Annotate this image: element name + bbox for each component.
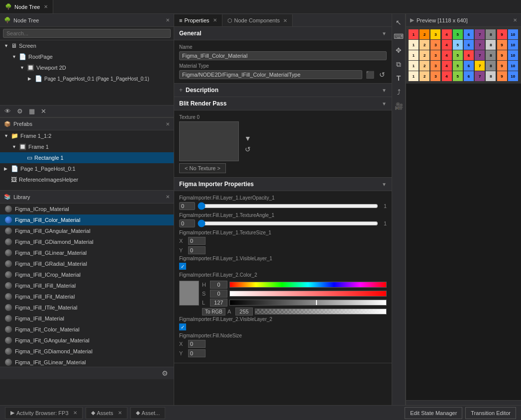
library-settings-btn[interactable]: ⚙ bbox=[160, 369, 170, 378]
prefabs-close[interactable]: ✕ bbox=[166, 121, 170, 127]
hue-label: H bbox=[202, 282, 208, 288]
lib-item-ifill-ifit[interactable]: Figma_IFill_IFit_Material bbox=[0, 291, 174, 302]
activity-browser-tab[interactable]: ▶ Activity Browser: FP3 ✕ bbox=[5, 407, 83, 419]
texture-size-x-input[interactable] bbox=[188, 237, 206, 245]
preview-cell: 4 bbox=[442, 40, 452, 50]
node-tree-tab-close[interactable]: ✕ bbox=[44, 4, 48, 9]
prefab-rectangle1[interactable]: ▭ Rectangle 1 bbox=[0, 152, 174, 163]
text-tool-btn[interactable]: T bbox=[393, 72, 405, 84]
hue-bar[interactable] bbox=[229, 282, 387, 288]
toolbar-eye-btn[interactable]: 👁 bbox=[3, 107, 12, 115]
keyboard-tool-btn[interactable]: ⌨ bbox=[393, 30, 405, 42]
lightness-input[interactable] bbox=[210, 299, 227, 307]
prefabs-title: Prefabs bbox=[13, 121, 163, 127]
lib-item-ifill-color[interactable]: Figma_IFill_Color_Material bbox=[0, 214, 174, 225]
node-size-x-input[interactable] bbox=[188, 340, 206, 348]
preview-cell: 6 bbox=[464, 40, 474, 50]
tree-item-viewport[interactable]: ▼ 🔲 Viewport 2D bbox=[0, 62, 174, 73]
rootpage-icon: 📄 bbox=[19, 53, 26, 60]
texture-dropdown-btn[interactable]: ▼ bbox=[243, 134, 253, 143]
material-type-row: Figma/NODE2D/Figma_IFill_Color_MaterialT… bbox=[179, 70, 387, 79]
blit-section-header[interactable]: Blit Render Pass ▼ bbox=[174, 97, 392, 110]
alpha-bar[interactable] bbox=[255, 309, 387, 315]
cursor-tool-btn[interactable]: ↖ bbox=[393, 16, 405, 28]
assets-tab[interactable]: ◆ Assets ✕ bbox=[86, 407, 127, 419]
horizontal-scrollbar[interactable] bbox=[406, 400, 521, 405]
tree-item-screen[interactable]: ▼ 🖥 Screen bbox=[0, 40, 174, 51]
node-tree-tab[interactable]: 🌳 Node Tree ✕ bbox=[0, 0, 53, 13]
general-section-body: Name Material Type Figma/NODE2D/Figma_IF… bbox=[174, 40, 392, 84]
figma-section-header[interactable]: Figma Importer Properties ▼ bbox=[174, 178, 392, 191]
move-tool-btn[interactable]: ✥ bbox=[393, 44, 405, 56]
lib-item-ifit-gdiamond[interactable]: Figma_IFit_GDiamond_Material bbox=[0, 346, 174, 357]
lib-item-ifill-icrop[interactable]: Figma_IFill_ICrop_Material bbox=[0, 269, 174, 280]
visible-layer1-checkbox[interactable]: ✓ bbox=[179, 263, 186, 270]
prefab-frame1[interactable]: ▼ 🔲 Frame 1 bbox=[0, 141, 174, 152]
edit-state-manager-btn[interactable]: Edit State Manager bbox=[405, 407, 462, 419]
description-section-header[interactable]: + Description ▼ bbox=[174, 84, 392, 97]
share-tool-btn[interactable]: ⤴ bbox=[393, 86, 405, 98]
layers-tool-btn[interactable]: ⧉ bbox=[393, 58, 405, 70]
texture-angle-input[interactable] bbox=[179, 219, 195, 227]
visible-layer2-checkbox[interactable]: ✓ bbox=[179, 323, 186, 330]
tab-properties[interactable]: ≡ Properties ✕ bbox=[174, 14, 222, 26]
expand-frame1-2: ▼ bbox=[4, 133, 9, 138]
lib-label-ifill-gdiamond: Figma_IFill_GDiamond_Material bbox=[15, 239, 94, 245]
preview-cell: 9 bbox=[497, 40, 507, 50]
tab-node-components[interactable]: ⬡ Node Components ✕ bbox=[222, 14, 293, 26]
lib-item-ifill-itile[interactable]: Figma_IFill_ITile_Material bbox=[0, 302, 174, 313]
assets-close[interactable]: ✕ bbox=[118, 410, 122, 416]
tree-item-page1host[interactable]: ▶ 📄 Page 1_PageHost_0:1 (Page 1_PageHost… bbox=[0, 73, 174, 84]
material-type-reset-btn[interactable]: ↺ bbox=[378, 70, 387, 79]
no-texture-label[interactable]: < No Texture > bbox=[179, 163, 226, 173]
material-type-expand-btn[interactable]: ⬛ bbox=[364, 70, 376, 79]
properties-tab-close[interactable]: ✕ bbox=[213, 17, 217, 23]
prefab-frame1-2[interactable]: ▼ 📁 Frame 1_1:2 bbox=[0, 130, 174, 141]
texture-angle-slider[interactable] bbox=[198, 219, 378, 227]
search-input[interactable] bbox=[3, 29, 171, 38]
alpha-input[interactable] bbox=[235, 308, 253, 315]
lib-item-ifill-glinear[interactable]: Figma_IFill_GLinear_Material bbox=[0, 247, 174, 258]
lib-item-ifill-gangular[interactable]: Figma_IFill_GAngular_Material bbox=[0, 225, 174, 236]
lib-item-ifit-glinear[interactable]: Figma_IFit_GLinear_Material bbox=[0, 357, 174, 367]
properties-tab-icon: ≡ bbox=[179, 17, 182, 23]
general-section-header[interactable]: General ▼ bbox=[174, 27, 392, 40]
lib-item-ifill-ifill[interactable]: Figma_IFill_IFill_Material bbox=[0, 280, 174, 291]
node-components-tab-close[interactable]: ✕ bbox=[283, 18, 287, 23]
transition-editor-btn[interactable]: Transition Editor bbox=[465, 407, 516, 419]
camera-tool-btn[interactable]: 🎥 bbox=[393, 100, 405, 112]
toolbar-x-btn[interactable]: ✕ bbox=[39, 107, 48, 115]
node-size-y-input[interactable] bbox=[188, 349, 206, 357]
hue-input[interactable] bbox=[210, 281, 227, 289]
lib-item-ifit-color[interactable]: Figma_IFit_Color_Material bbox=[0, 324, 174, 335]
material-type-select[interactable]: Figma/NODE2D/Figma_IFill_Color_MaterialT… bbox=[179, 70, 362, 79]
to-rgb-btn[interactable]: To RGB bbox=[202, 308, 225, 315]
node-components-tab-label: Node Components bbox=[234, 17, 280, 23]
prefab-page1pagehost[interactable]: ▶ 📄 Page 1_PageHost_0:1 bbox=[0, 163, 174, 174]
library-header: 📚 Library ✕ bbox=[0, 191, 174, 204]
saturation-input[interactable] bbox=[210, 290, 227, 298]
lib-item-ifit-gangular[interactable]: Figma_IFit_GAngular_Material bbox=[0, 335, 174, 346]
tree-item-rootpage[interactable]: ▼ 📄 RootPage bbox=[0, 51, 174, 62]
prefab-refimages[interactable]: 🖼 ReferenceImagesHelper bbox=[0, 174, 174, 185]
layer-opacity-input[interactable] bbox=[179, 202, 195, 210]
preview-close[interactable]: ✕ bbox=[513, 17, 517, 23]
lib-label-ifill: Figma_IFill_Material bbox=[15, 315, 64, 321]
lib-item-icrop[interactable]: Figma_ICrop_Material bbox=[0, 204, 174, 214]
toolbar-grid-btn[interactable]: ▦ bbox=[27, 107, 36, 115]
toolbar-filter-btn[interactable]: ⚙ bbox=[15, 107, 24, 115]
lib-item-ifill-gradial[interactable]: Figma_IFill_GRadial_Material bbox=[0, 258, 174, 269]
saturation-bar[interactable] bbox=[229, 291, 387, 297]
name-input[interactable] bbox=[179, 51, 387, 60]
texture-reset-btn[interactable]: ↺ bbox=[243, 145, 253, 154]
lib-label-ifill-glinear: Figma_IFill_GLinear_Material bbox=[15, 250, 87, 256]
lib-item-ifill[interactable]: Figma_IFill_Material bbox=[0, 313, 174, 324]
texture-size-y-input[interactable] bbox=[188, 246, 206, 254]
activity-browser-close[interactable]: ✕ bbox=[73, 410, 77, 416]
assets2-tab[interactable]: ◆ Asset... bbox=[130, 407, 166, 419]
node-tree-close[interactable]: ✕ bbox=[166, 17, 170, 23]
library-close[interactable]: ✕ bbox=[166, 194, 170, 200]
lightness-bar[interactable] bbox=[229, 300, 387, 306]
lib-item-ifill-gdiamond[interactable]: Figma_IFill_GDiamond_Material bbox=[0, 236, 174, 247]
layer-opacity-slider[interactable] bbox=[198, 202, 378, 210]
